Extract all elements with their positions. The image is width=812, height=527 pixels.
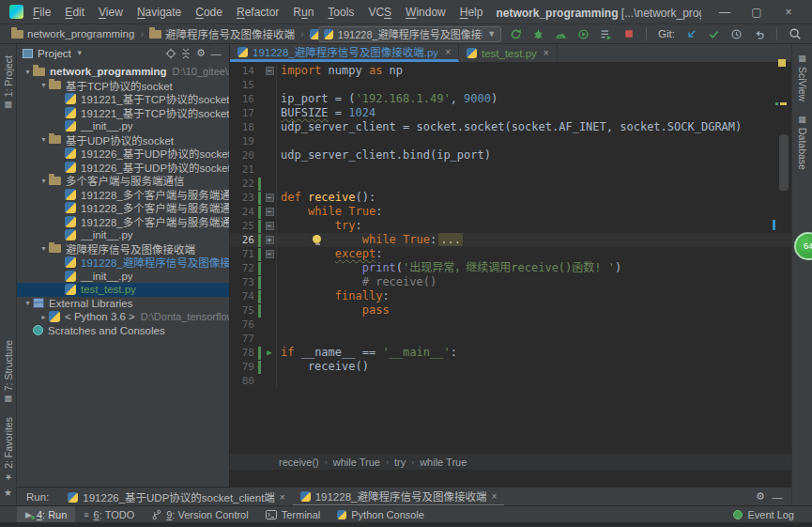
toolwindow-button-python-console[interactable]: Python Console <box>329 506 433 522</box>
line-number[interactable]: 78 <box>230 346 256 360</box>
history-button[interactable] <box>728 26 744 42</box>
tree-row[interactable]: 191228_多个客户端与服务端通信_client端2.py <box>17 201 229 215</box>
project-panel-title[interactable]: Project <box>38 48 71 59</box>
code-line[interactable]: 20udp_server_client.bind(ip_port) <box>230 148 791 163</box>
tree-row[interactable]: ▾network_programmingD:\10_gitee\network_… <box>17 65 229 79</box>
line-number[interactable]: 74 <box>230 289 256 303</box>
toolwindow-button-9-version-control[interactable]: 9: Version Control <box>143 506 256 522</box>
line-number[interactable]: 72 <box>230 261 256 275</box>
code-text[interactable]: def receive(): <box>276 191 791 205</box>
code-line[interactable]: 72 print('出现异常，继续调用receive()函数! ') <box>230 261 791 275</box>
event-log-button[interactable]: Event Log <box>725 506 803 522</box>
line-number[interactable]: 18 <box>230 120 256 134</box>
toolwindow-button-4-run[interactable]: ▶4: Run <box>17 506 75 522</box>
line-number[interactable]: 20 <box>230 148 256 163</box>
menu-code[interactable]: Code <box>195 6 222 19</box>
code-text[interactable] <box>276 177 791 191</box>
line-number[interactable]: 79 <box>230 360 256 374</box>
code-text[interactable]: try: <box>276 219 791 233</box>
code-line[interactable]: 78▶if __name__ == '__main__': <box>230 346 791 360</box>
tree-row[interactable]: 191226_基于UDP协议的socket_server端.py <box>17 161 229 175</box>
search-everywhere-icon[interactable] <box>787 26 803 42</box>
code-text[interactable] <box>276 374 791 388</box>
line-number[interactable]: 26 <box>230 233 256 247</box>
sidebar-item-favorites[interactable]: ★2: Favorites <box>3 417 14 482</box>
fold-box-icon[interactable]: − <box>266 208 274 216</box>
code-line[interactable]: 76 <box>230 318 791 332</box>
line-number[interactable]: 24 <box>230 205 256 219</box>
caret-stripe-mark[interactable] <box>773 220 775 230</box>
profiler-button[interactable] <box>553 26 569 42</box>
code-line[interactable]: 71− except: <box>230 247 791 261</box>
update-project-button[interactable] <box>683 26 699 42</box>
menu-help[interactable]: Help <box>460 6 483 19</box>
tree-row[interactable]: 191228_避障程序信号及图像接收端.py <box>17 256 229 270</box>
code-line[interactable]: 24− while True: <box>230 205 791 219</box>
code-line[interactable]: 79 receive() <box>230 360 791 374</box>
code-text[interactable]: udp_server_client = socket.socket(socket… <box>276 120 791 134</box>
line-number[interactable]: 76 <box>230 318 256 332</box>
code-text[interactable]: if __name__ == '__main__': <box>276 346 791 360</box>
code-line[interactable]: 21 <box>230 163 791 177</box>
line-number[interactable]: 22 <box>230 177 256 191</box>
menu-edit[interactable]: Edit <box>65 6 84 19</box>
tree-expand-arrow-icon[interactable]: ▸ <box>38 313 49 321</box>
line-number[interactable]: 23 <box>230 191 256 205</box>
tree-row[interactable]: __init__.py <box>17 119 229 133</box>
code-text[interactable]: while True: <box>276 205 791 219</box>
toolwindow-button-6-todo[interactable]: ≡6: TODO <box>75 506 143 522</box>
code-line[interactable]: 14−import numpy as np <box>230 64 791 78</box>
tree-expand-arrow-icon[interactable]: ▾ <box>23 68 33 76</box>
tree-row[interactable]: 191228_多个客户端与服务端通信_client端1.py <box>17 188 229 202</box>
line-number[interactable]: 14 <box>230 64 256 78</box>
menu-file[interactable]: File <box>33 6 51 19</box>
fold-toggle-icon[interactable]: − <box>263 205 276 219</box>
code-line[interactable]: 25− try: <box>230 219 791 233</box>
sidebar-item-structure[interactable]: ▦7: Structure <box>3 340 14 404</box>
editor-breadcrumb-item[interactable]: while True <box>333 457 380 468</box>
code-text[interactable]: # receive() <box>276 275 791 289</box>
fold-toggle-icon[interactable]: − <box>263 64 276 78</box>
gear-icon[interactable]: ⚙ <box>752 490 769 503</box>
code-line[interactable]: 17BUFSIZE = 1024 <box>230 106 791 120</box>
tree-expand-arrow-icon[interactable]: ▾ <box>38 135 49 144</box>
hide-panel-icon[interactable]: — <box>769 491 786 503</box>
hide-panel-icon[interactable]: — <box>208 47 223 59</box>
code-text[interactable] <box>276 332 791 346</box>
tree-row[interactable]: test_test.py <box>17 283 229 297</box>
code-line[interactable]: 74 finally: <box>230 289 791 303</box>
editor-tab[interactable]: test_test.py× <box>459 44 558 62</box>
scrollbar-thumb[interactable] <box>779 134 789 191</box>
code-line[interactable]: 16ip_port = ('192.168.1.49', 9000) <box>230 92 791 106</box>
maximize-button[interactable]: ▢ <box>741 6 773 19</box>
breadcrumb-item[interactable]: 191228_避障程序信号及图像接收端.py <box>310 26 318 41</box>
line-number[interactable]: 16 <box>230 92 256 106</box>
collapse-all-icon[interactable] <box>178 47 193 59</box>
close-button[interactable]: × <box>773 6 804 19</box>
line-number[interactable]: 15 <box>230 78 256 92</box>
tree-expand-arrow-icon[interactable]: ▾ <box>38 177 49 185</box>
close-icon[interactable]: × <box>445 47 451 57</box>
run-with-button[interactable] <box>598 26 614 42</box>
tree-row[interactable]: ▾避障程序信号及图像接收端 <box>17 242 229 256</box>
close-icon[interactable]: × <box>491 491 497 502</box>
tree-row[interactable]: __init__.py <box>17 270 229 284</box>
tree-row[interactable]: ▾基于UDP协议的socket <box>17 133 229 147</box>
tree-row[interactable]: 191228_多个客户端与服务端通信_server端.py <box>17 215 229 229</box>
menu-run[interactable]: Run <box>293 6 314 19</box>
tree-row[interactable]: __init__.py <box>17 228 229 242</box>
fold-toggle-icon[interactable]: − <box>263 247 276 261</box>
commit-button[interactable] <box>706 26 722 42</box>
tree-row[interactable]: ▾多个客户端与服务端通信 <box>17 174 229 188</box>
code-text[interactable]: import numpy as np <box>276 64 791 78</box>
run-tab[interactable]: 191228_避障程序信号及图像接收端× <box>293 488 505 506</box>
code-text[interactable] <box>276 163 791 177</box>
run-configuration-select[interactable]: 191228_避障程序信号及图像接收端 ▼ <box>318 26 501 42</box>
code-line[interactable]: 19 <box>230 134 791 148</box>
sidebar-item-project[interactable]: ▦1: Project <box>3 55 14 110</box>
menu-window[interactable]: Window <box>406 6 446 19</box>
line-number[interactable]: 75 <box>230 303 256 318</box>
code-text[interactable]: except: <box>276 247 791 261</box>
editor-breadcrumb-item[interactable]: receive() <box>279 457 319 468</box>
code-line[interactable]: 18udp_server_client = socket.socket(sock… <box>230 120 791 134</box>
